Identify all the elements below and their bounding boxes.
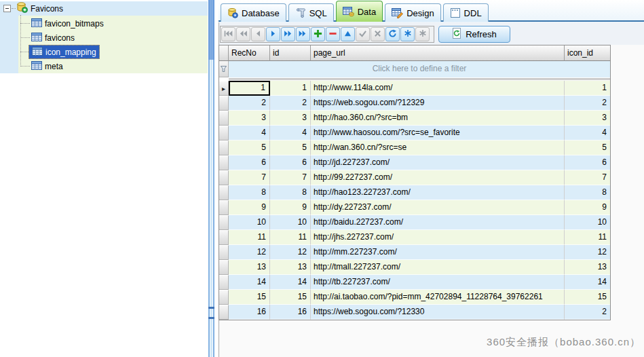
cell-recno[interactable]: 8	[229, 185, 270, 200]
cell-page-url[interactable]: http://99.227237.com/	[311, 170, 565, 185]
column-header-id[interactable]: id	[270, 45, 311, 61]
refresh-button[interactable]: Refresh	[438, 26, 510, 43]
nav-delete-button[interactable]	[326, 27, 340, 41]
row-indicator[interactable]	[219, 215, 229, 230]
cell-icon-id[interactable]: 9	[565, 200, 610, 215]
cell-page-url[interactable]: https://web.sogou.com/?12330	[311, 305, 565, 320]
tree-node-database[interactable]: Favicons	[14, 1, 66, 16]
cell-id[interactable]: 13	[270, 260, 311, 275]
nav-last-button[interactable]	[296, 27, 310, 41]
cell-icon-id[interactable]: 5	[565, 140, 610, 155]
row-indicator[interactable]	[219, 275, 229, 290]
cell-recno[interactable]: 16	[229, 305, 270, 320]
cell-recno[interactable]: 7	[229, 170, 270, 185]
nav-prior-page-button[interactable]	[236, 27, 250, 41]
tab-sql[interactable]: SQL	[288, 3, 334, 22]
cell-id[interactable]: 2	[270, 96, 311, 111]
row-indicator[interactable]	[219, 111, 229, 126]
row-indicator[interactable]	[219, 290, 229, 305]
row-indicator[interactable]	[219, 170, 229, 185]
nav-next-button[interactable]	[266, 27, 280, 41]
tree-node-favicon-bitmaps[interactable]: favicon_bitmaps	[29, 16, 107, 31]
cell-id[interactable]: 11	[270, 230, 311, 245]
cell-page-url[interactable]: http://wan.360.cn/?src=se	[311, 140, 565, 155]
row-indicator[interactable]	[219, 245, 229, 260]
nav-prior-button[interactable]	[251, 27, 265, 41]
nav-refresh-button[interactable]	[385, 27, 400, 41]
cell-id[interactable]: 1	[270, 81, 311, 96]
splitter-thumb[interactable]	[208, 0, 214, 60]
cell-recno[interactable]: 5	[229, 140, 270, 155]
cell-id[interactable]: 10	[270, 215, 311, 230]
cell-icon-id[interactable]: 14	[565, 275, 610, 290]
column-header-icon-id[interactable]: icon_id	[565, 45, 610, 61]
cell-icon-id[interactable]: 2	[565, 305, 610, 320]
cell-recno[interactable]: 13	[229, 260, 270, 275]
row-indicator[interactable]	[219, 126, 229, 140]
row-indicator[interactable]	[219, 185, 229, 200]
cell-icon-id[interactable]: 6	[565, 155, 610, 170]
cell-recno[interactable]: 6	[229, 155, 270, 170]
row-indicator[interactable]	[219, 96, 229, 111]
cell-icon-id[interactable]: 2	[565, 96, 610, 111]
cell-page-url[interactable]: http://jhs.227237.com/	[311, 230, 565, 245]
cell-id[interactable]: 6	[270, 155, 311, 170]
nav-cancel-button[interactable]	[371, 27, 385, 41]
cell-page-url[interactable]: http://ai.taobao.com/?pid=mm_42702894_11…	[311, 290, 565, 305]
cell-recno[interactable]: 10	[229, 215, 270, 230]
cell-icon-id[interactable]: 11	[565, 230, 610, 245]
row-indicator[interactable]	[219, 140, 229, 155]
cell-recno[interactable]: 9	[229, 200, 270, 215]
cell-icon-id[interactable]: 3	[565, 111, 610, 126]
cell-recno[interactable]: 4	[229, 126, 270, 140]
tab-data[interactable]: Data	[336, 1, 383, 22]
nav-goto-bookmark-button[interactable]	[415, 27, 430, 41]
cell-id[interactable]: 4	[270, 126, 311, 140]
cell-id[interactable]: 3	[270, 111, 311, 126]
nav-edit-button[interactable]	[341, 27, 355, 41]
row-indicator[interactable]	[219, 155, 229, 170]
panel-splitter[interactable]	[208, 0, 219, 357]
cell-id[interactable]: 16	[270, 305, 311, 320]
cell-page-url[interactable]: http://mm.227237.com/	[311, 245, 565, 260]
cell-icon-id[interactable]: 10	[565, 215, 610, 230]
cell-icon-id[interactable]: 7	[565, 170, 610, 185]
column-header-page-url[interactable]: page_url	[311, 45, 565, 61]
tree-collapse-icon[interactable]	[3, 5, 11, 12]
cell-icon-id[interactable]: 1	[565, 81, 610, 96]
row-indicator[interactable]	[219, 200, 229, 215]
nav-post-button[interactable]	[356, 27, 370, 41]
cell-page-url[interactable]: http://baidu.227237.com/	[311, 215, 565, 230]
cell-page-url[interactable]: http://hao123.227237.com/	[311, 185, 565, 200]
column-header-recno[interactable]: RecNo	[229, 45, 270, 61]
nav-bookmark-button[interactable]	[400, 27, 415, 41]
cell-page-url[interactable]: https://web.sogou.com/?12329	[311, 96, 565, 111]
cell-recno[interactable]: 1	[229, 81, 270, 96]
cell-icon-id[interactable]: 8	[565, 185, 610, 200]
nav-first-button[interactable]	[221, 27, 235, 41]
cell-page-url[interactable]: http://www.haosou.com/?src=se_favorite	[311, 126, 565, 140]
cell-id[interactable]: 12	[270, 245, 311, 260]
cell-icon-id[interactable]: 15	[565, 290, 610, 305]
tree-node-favicons[interactable]: favicons	[29, 31, 77, 45]
tab-design[interactable]: Design	[385, 3, 440, 22]
cell-id[interactable]: 9	[270, 200, 311, 215]
tree-node-icon-mapping[interactable]: icon_mapping	[29, 45, 100, 59]
row-indicator[interactable]	[219, 305, 229, 320]
cell-page-url[interactable]: http://hao.360.cn/?src=bm	[311, 111, 565, 126]
current-row-indicator[interactable]: ▸	[219, 81, 229, 96]
cell-id[interactable]: 5	[270, 140, 311, 155]
cell-page-url[interactable]: http://jd.227237.com/	[311, 155, 565, 170]
cell-icon-id[interactable]: 12	[565, 245, 610, 260]
cell-recno[interactable]: 15	[229, 290, 270, 305]
row-indicator[interactable]	[219, 230, 229, 245]
cell-page-url[interactable]: http://dy.227237.com/	[311, 200, 565, 215]
cell-page-url[interactable]: http://tmall.227237.com/	[311, 260, 565, 275]
nav-insert-button[interactable]	[311, 27, 325, 41]
filter-row[interactable]: Click here to define a filter	[219, 61, 610, 77]
cell-icon-id[interactable]: 4	[565, 126, 610, 140]
tab-ddl[interactable]: DDL	[443, 3, 489, 22]
cell-recno[interactable]: 11	[229, 230, 270, 245]
cell-recno[interactable]: 3	[229, 111, 270, 126]
cell-recno[interactable]: 14	[229, 275, 270, 290]
